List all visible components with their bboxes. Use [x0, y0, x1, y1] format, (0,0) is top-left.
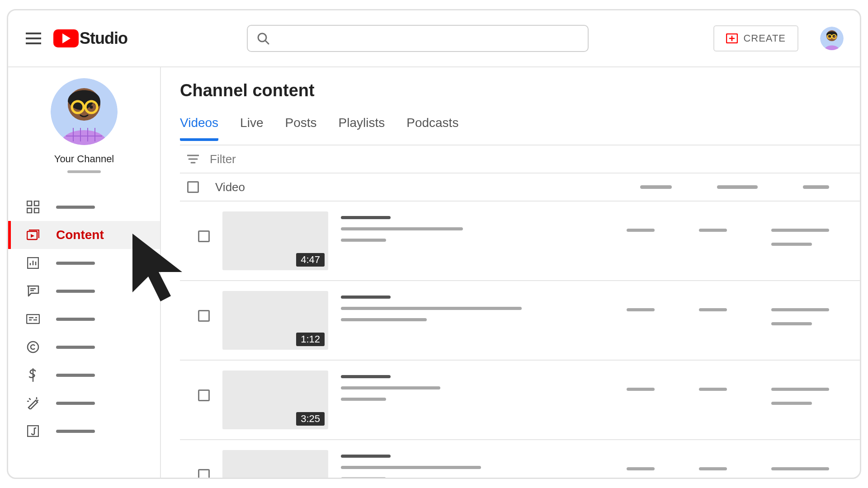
video-title-placeholder — [341, 455, 391, 458]
tab-posts[interactable]: Posts — [285, 113, 316, 141]
account-avatar[interactable] — [820, 27, 844, 50]
column-placeholder — [803, 185, 829, 189]
sidebar: Your Channel Content — [8, 67, 161, 478]
column-placeholder — [640, 185, 672, 189]
table-row[interactable]: 3:25 — [180, 361, 860, 440]
svg-rect-18 — [27, 314, 39, 324]
studio-window: Studio CREATE — [7, 9, 861, 479]
svg-rect-12 — [27, 201, 32, 206]
video-title-placeholder — [341, 296, 391, 299]
filter-icon — [187, 155, 199, 164]
sidebar-item-audio[interactable] — [8, 417, 160, 445]
video-duration: 4:47 — [296, 253, 325, 267]
row-checkbox[interactable] — [198, 469, 210, 478]
video-desc-placeholder — [341, 398, 386, 401]
cell-placeholder — [771, 322, 812, 325]
table-row[interactable]: 4:47 — [180, 202, 860, 281]
cell-placeholder — [699, 308, 727, 311]
youtube-play-icon — [53, 29, 79, 47]
filter-label: Filter — [210, 152, 236, 166]
sidebar-label-placeholder — [56, 290, 95, 293]
video-desc-placeholder — [341, 386, 440, 389]
video-info — [341, 371, 440, 401]
select-all-checkbox[interactable] — [187, 181, 199, 193]
channel-avatar[interactable] — [51, 78, 118, 145]
table-row[interactable]: 5:47 — [180, 440, 860, 478]
logo-text: Studio — [80, 29, 127, 48]
sidebar-label-placeholder — [56, 346, 95, 349]
earn-icon — [26, 368, 40, 382]
filter-bar[interactable]: Filter — [180, 145, 860, 174]
svg-rect-15 — [34, 208, 39, 213]
svg-rect-13 — [34, 201, 39, 206]
content-icon — [26, 228, 40, 242]
search-input[interactable] — [247, 25, 589, 52]
sidebar-item-label: Content — [56, 228, 104, 242]
video-thumbnail[interactable]: 3:25 — [222, 371, 328, 429]
video-desc-placeholder — [341, 466, 481, 469]
sidebar-item-copyright[interactable] — [8, 333, 160, 361]
column-video: Video — [215, 180, 245, 194]
video-thumbnail[interactable]: 5:47 — [222, 450, 328, 478]
cell-placeholder — [771, 308, 829, 311]
subtitles-icon — [26, 312, 40, 326]
cell-placeholder — [627, 388, 655, 391]
video-duration: 3:25 — [296, 412, 325, 426]
video-title-placeholder — [341, 216, 391, 219]
video-info — [341, 450, 481, 478]
sidebar-item-customization[interactable] — [8, 389, 160, 417]
audio-library-icon — [26, 424, 40, 438]
svg-point-19 — [28, 342, 38, 352]
content-area: Filter Video 4:47 — [180, 145, 860, 478]
sidebar-label-placeholder — [56, 318, 95, 321]
row-checkbox[interactable] — [198, 389, 210, 401]
row-checkbox[interactable] — [198, 310, 210, 322]
sidebar-item-dashboard[interactable] — [8, 193, 160, 221]
create-button[interactable]: CREATE — [713, 25, 798, 52]
create-icon — [726, 33, 738, 43]
sidebar-item-comments[interactable] — [8, 277, 160, 305]
channel-handle-placeholder — [67, 170, 101, 173]
cell-placeholder — [771, 388, 829, 391]
content-tabs: Videos Live Posts Playlists Podcasts — [180, 113, 860, 141]
tab-live[interactable]: Live — [240, 113, 263, 141]
video-title-placeholder — [341, 375, 391, 378]
video-rows: 4:47 — [180, 202, 860, 478]
sidebar-item-earn[interactable] — [8, 361, 160, 389]
video-desc-placeholder — [341, 477, 386, 478]
studio-logo[interactable]: Studio — [53, 29, 127, 48]
create-label: CREATE — [743, 33, 786, 44]
top-bar: Studio CREATE — [8, 10, 860, 67]
dashboard-icon — [26, 200, 40, 214]
video-thumbnail[interactable]: 1:12 — [222, 291, 328, 350]
video-desc-placeholder — [341, 239, 386, 242]
video-thumbnail[interactable]: 4:47 — [222, 211, 328, 270]
tab-podcasts[interactable]: Podcasts — [406, 113, 458, 141]
body: Your Channel Content — [8, 67, 860, 478]
table-header: Video — [180, 174, 860, 202]
tab-videos[interactable]: Videos — [180, 113, 218, 141]
page-title: Channel content — [180, 81, 860, 100]
copyright-icon — [26, 340, 40, 354]
menu-button[interactable] — [24, 29, 42, 47]
video-desc-placeholder — [341, 307, 522, 310]
cell-placeholder — [771, 402, 812, 405]
analytics-icon — [26, 256, 40, 270]
video-info — [341, 291, 522, 321]
sidebar-item-analytics[interactable] — [8, 249, 160, 277]
cell-placeholder — [771, 229, 829, 232]
sidebar-label-placeholder — [56, 374, 95, 377]
cell-placeholder — [627, 467, 655, 470]
sidebar-item-content[interactable]: Content — [8, 221, 160, 249]
video-info — [341, 211, 463, 242]
tab-playlists[interactable]: Playlists — [339, 113, 385, 141]
cell-placeholder — [699, 229, 727, 232]
cell-placeholder — [771, 243, 812, 246]
cell-placeholder — [771, 467, 829, 470]
cell-placeholder — [699, 467, 727, 470]
sidebar-label-placeholder — [56, 402, 95, 405]
sidebar-label-placeholder — [56, 430, 95, 433]
sidebar-item-subtitles[interactable] — [8, 305, 160, 333]
row-checkbox[interactable] — [198, 230, 210, 242]
table-row[interactable]: 1:12 — [180, 281, 860, 361]
